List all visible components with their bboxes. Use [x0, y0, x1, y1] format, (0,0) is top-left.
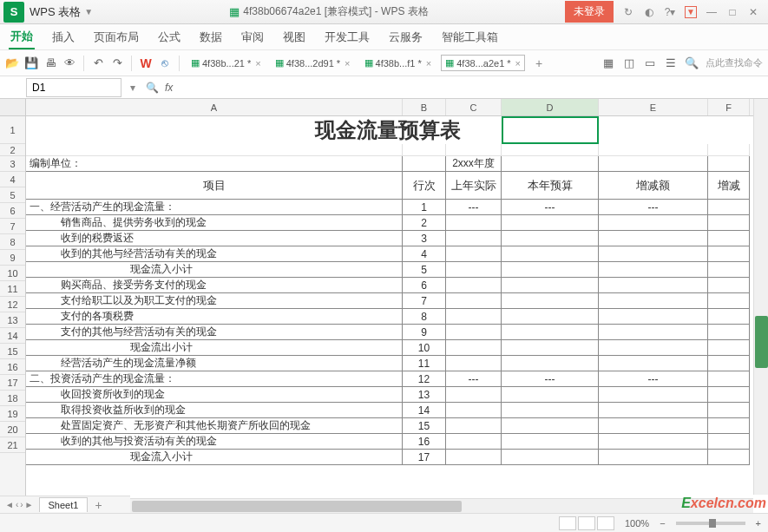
- cell[interactable]: [502, 387, 599, 403]
- prev-sheet-icon[interactable]: ‹: [16, 500, 18, 509]
- sync-icon[interactable]: ↻: [622, 6, 634, 18]
- vscroll-thumb[interactable]: [755, 316, 768, 368]
- cell[interactable]: [446, 418, 502, 434]
- row-header-3[interactable]: 3: [0, 156, 25, 172]
- menu-formula[interactable]: 公式: [156, 26, 182, 49]
- cell[interactable]: ---: [599, 371, 708, 387]
- cell[interactable]: [708, 231, 750, 246]
- cell[interactable]: [502, 356, 599, 371]
- zoom-out-icon[interactable]: −: [660, 518, 665, 529]
- close-icon[interactable]: ✕: [747, 6, 759, 18]
- cell[interactable]: [502, 434, 599, 450]
- cell[interactable]: ---: [502, 200, 599, 215]
- row-header-16[interactable]: 16: [0, 359, 25, 375]
- column-header-C[interactable]: 上年实际: [446, 172, 502, 200]
- row-header-6[interactable]: 6: [0, 203, 25, 219]
- row-header-13[interactable]: 13: [0, 312, 25, 328]
- save-icon[interactable]: 💾: [24, 56, 38, 70]
- cell[interactable]: [446, 403, 502, 418]
- cell[interactable]: 13: [403, 387, 446, 403]
- menu-review[interactable]: 审阅: [240, 26, 266, 49]
- menu-dev[interactable]: 开发工具: [323, 26, 371, 49]
- cell[interactable]: [446, 144, 502, 156]
- cell[interactable]: [446, 450, 502, 465]
- doc-tab-1[interactable]: ▦4f38b...21 *×: [187, 55, 266, 71]
- zoom-in-icon[interactable]: +: [756, 518, 761, 529]
- cell[interactable]: [708, 450, 750, 465]
- cell[interactable]: [599, 340, 708, 356]
- cell[interactable]: 7: [403, 293, 446, 309]
- print-icon[interactable]: 🖶: [43, 56, 57, 70]
- row-header-8[interactable]: 8: [0, 234, 25, 250]
- cell[interactable]: [502, 450, 599, 465]
- open-icon[interactable]: 📂: [5, 56, 19, 70]
- cell[interactable]: 支付的其他与经营活动有关的现金: [26, 325, 403, 340]
- cell[interactable]: [446, 340, 502, 356]
- col-header-D[interactable]: D: [502, 99, 599, 115]
- cell[interactable]: [708, 309, 750, 325]
- row-header-15[interactable]: 15: [0, 344, 25, 359]
- cell[interactable]: [502, 418, 599, 434]
- cell[interactable]: [708, 144, 750, 156]
- select-all-corner[interactable]: [0, 99, 25, 116]
- menu-smart[interactable]: 智能工具箱: [440, 26, 500, 49]
- view-normal-icon[interactable]: [559, 516, 576, 530]
- cell[interactable]: [502, 340, 599, 356]
- last-sheet-icon[interactable]: ►: [25, 500, 34, 509]
- cell[interactable]: 2: [403, 215, 446, 231]
- cell[interactable]: [599, 156, 708, 172]
- cell[interactable]: [599, 387, 708, 403]
- cell[interactable]: 经营活动产生的现金流量净额: [26, 356, 403, 371]
- row-header-20[interactable]: 20: [0, 422, 25, 437]
- cell[interactable]: [708, 356, 750, 371]
- menu-insert[interactable]: 插入: [50, 26, 76, 49]
- ribbon-toggle-icon[interactable]: ▼: [685, 6, 697, 18]
- cell[interactable]: ---: [446, 200, 502, 215]
- cell[interactable]: [708, 293, 750, 309]
- hscroll-thumb[interactable]: [132, 501, 462, 512]
- cell[interactable]: [599, 215, 708, 231]
- cell[interactable]: 8: [403, 309, 446, 325]
- cell[interactable]: [502, 246, 599, 262]
- wps-logo-icon[interactable]: W: [139, 56, 153, 70]
- doc-tab-4[interactable]: ▦4f38...a2e1 *×: [441, 55, 525, 71]
- cells-area[interactable]: 现金流量预算表编制单位：2xxx年度项目行次上年实际本年预算增减额增减一、经营活…: [26, 116, 768, 465]
- cell[interactable]: [708, 325, 750, 340]
- namebox-dropdown-icon[interactable]: ▾: [123, 78, 142, 97]
- undo-icon[interactable]: ↶: [91, 56, 105, 70]
- window-icon[interactable]: ▭: [643, 56, 657, 70]
- cell[interactable]: 收到的税费返还: [26, 231, 403, 246]
- cell[interactable]: [502, 262, 599, 278]
- row-header-7[interactable]: 7: [0, 219, 25, 234]
- cell[interactable]: 收到的其他与投资活动有关的现金: [26, 434, 403, 450]
- cell[interactable]: ---: [446, 371, 502, 387]
- cell[interactable]: 14: [403, 403, 446, 418]
- menu-page-layout[interactable]: 页面布局: [92, 26, 141, 49]
- cell[interactable]: [502, 309, 599, 325]
- menu-cloud[interactable]: 云服务: [387, 26, 424, 49]
- cell[interactable]: [599, 231, 708, 246]
- cell[interactable]: [403, 156, 446, 172]
- tab-add-button[interactable]: +: [530, 56, 548, 70]
- cell[interactable]: 4: [403, 246, 446, 262]
- cell[interactable]: [502, 231, 599, 246]
- cell[interactable]: [599, 356, 708, 371]
- cell[interactable]: [708, 434, 750, 450]
- share-icon[interactable]: ⎋: [158, 56, 172, 70]
- cell[interactable]: [599, 309, 708, 325]
- cell[interactable]: 现金流出小计: [26, 340, 403, 356]
- next-sheet-icon[interactable]: ›: [20, 500, 23, 509]
- row-header-5[interactable]: 5: [0, 187, 25, 203]
- cell[interactable]: [708, 418, 750, 434]
- cell[interactable]: 支付的各项税费: [26, 309, 403, 325]
- cell[interactable]: [599, 262, 708, 278]
- tab-close-icon[interactable]: ×: [426, 58, 431, 69]
- cell[interactable]: [708, 156, 750, 172]
- row-header-1[interactable]: 1: [0, 116, 25, 144]
- row-header-19[interactable]: 19: [0, 406, 25, 422]
- row-header-11[interactable]: 11: [0, 281, 25, 297]
- cell[interactable]: [403, 144, 446, 156]
- cell[interactable]: 取得投资收益所收到的现金: [26, 403, 403, 418]
- row-header-21[interactable]: 21: [0, 437, 25, 453]
- cell[interactable]: [502, 293, 599, 309]
